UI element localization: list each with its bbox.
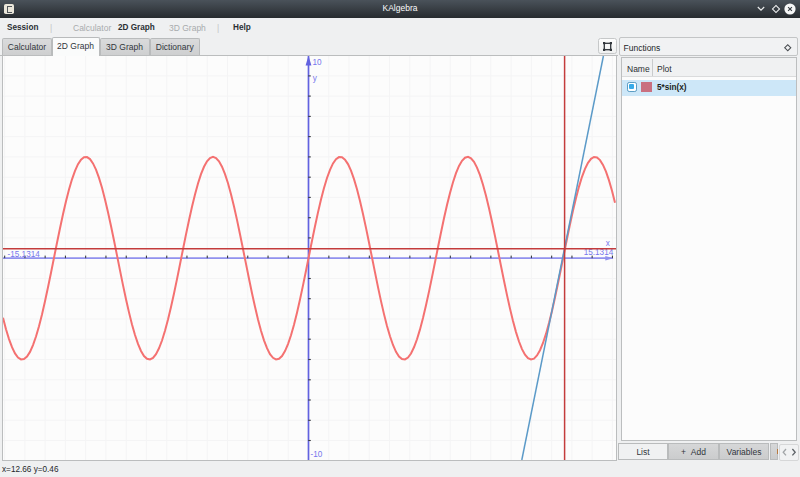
svg-text:15.1314: 15.1314 — [584, 248, 614, 257]
svg-text:10: 10 — [313, 58, 323, 67]
svg-text:x: x — [606, 239, 610, 248]
svg-text:-10: -10 — [311, 450, 323, 459]
svg-text:-15.1314: -15.1314 — [8, 250, 41, 259]
svg-text:y: y — [313, 74, 318, 83]
